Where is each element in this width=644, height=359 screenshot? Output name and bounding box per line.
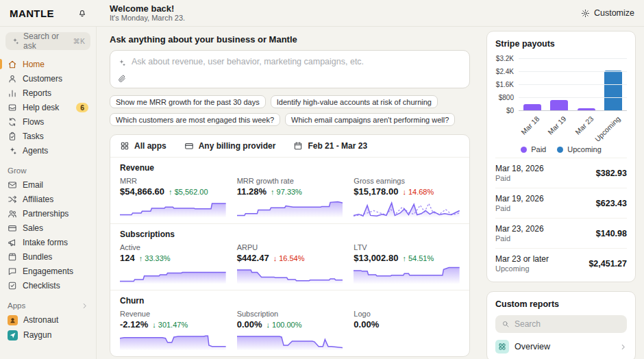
sidebar-item-home[interactable]: Home: [5, 57, 90, 71]
stripe-payouts-card: Stripe payouts $3.2K$2.4K$1.6K$800$0 Mar…: [486, 31, 636, 282]
sidebar-item-help-desk[interactable]: Help desk6: [5, 100, 90, 114]
sidebar-item-label: Reports: [23, 88, 51, 98]
card-icon: [8, 223, 17, 233]
suggestion-chip[interactable]: Which email campaigns aren't performing …: [285, 113, 455, 126]
payout-row[interactable]: Mar 19, 2026Paid$623.43: [495, 188, 627, 218]
sidebar-item-flows[interactable]: Flows: [5, 114, 90, 129]
sidebar-item-intake-forms[interactable]: Intake forms: [5, 235, 90, 249]
metric-revenue-mrr: MRR$54,866.60↑ $5,562.00: [120, 177, 226, 217]
metric-value: 0.00%: [354, 319, 379, 330]
report-search-box[interactable]: [495, 315, 627, 333]
x-axis-label: Mar 19: [546, 114, 568, 136]
sidebar-item-checklists[interactable]: Checklists: [5, 278, 90, 293]
sidebar-item-customers[interactable]: Customers: [5, 71, 90, 86]
paperclip-icon[interactable]: [118, 75, 126, 83]
legend-label: Upcoming: [567, 145, 602, 153]
megaphone-icon: [8, 238, 17, 247]
gridline: [519, 58, 627, 59]
ask-input-card[interactable]: [110, 50, 470, 88]
chart-x-axis: Mar 18Mar 19Mar 23Upcoming: [519, 111, 627, 145]
suggestion-chip[interactable]: Identify high-value accounts at risk of …: [271, 95, 438, 108]
sparkle-icon: [11, 37, 19, 45]
sparkle-icon: [117, 58, 126, 67]
metric-sparkline: [120, 199, 226, 217]
metric-label: ARPU: [237, 243, 343, 251]
filter-any-billing-provider[interactable]: Any billing provider: [184, 141, 276, 151]
box-icon: [8, 252, 17, 262]
sidebar-item-label: Customers: [23, 74, 62, 84]
search-shortcut: ⌘K: [73, 37, 85, 45]
customize-button[interactable]: Customize: [581, 8, 634, 18]
app-item-astronaut[interactable]: Astronaut: [5, 312, 90, 327]
metric-value: $15,178.00: [354, 186, 398, 197]
payout-list: Mar 18, 2026Paid$382.93Mar 19, 2026Paid$…: [495, 158, 627, 274]
section-title: Churn: [120, 296, 460, 306]
payout-date: Mar 18, 2026: [495, 164, 544, 173]
payout-amount: $382.93: [596, 169, 627, 178]
sidebar-item-agents[interactable]: Agents: [5, 143, 90, 158]
bar-mar-18: [523, 104, 541, 110]
sidebar-item-email[interactable]: Email: [5, 177, 90, 192]
payouts-bar-chart: $3.2K$2.4K$1.6K$800$0: [495, 58, 627, 111]
metric-value: -2.12%: [120, 319, 148, 330]
payout-status: Paid: [495, 174, 544, 182]
sidebar-item-affiliates[interactable]: Affiliates: [5, 192, 90, 206]
payout-status: Upcoming: [495, 264, 549, 273]
sidebar-item-bundles[interactable]: Bundles: [5, 249, 90, 264]
chat-icon: [8, 267, 17, 276]
metric-revenue-mrr-growth-rate: MRR growth rate11.28%↑ 97.33%: [237, 177, 343, 217]
metric-label: MRR growth rate: [237, 177, 343, 185]
ask-textarea[interactable]: [132, 57, 462, 72]
greeting-subtitle: It's Monday, March 23.: [110, 14, 581, 22]
payout-date: Mar 23 or later: [495, 254, 549, 264]
report-items: Overview: [495, 340, 627, 354]
calendar-icon: [293, 141, 303, 151]
sidebar-item-label: Help desk: [23, 103, 59, 112]
payout-row[interactable]: Mar 23 or laterUpcoming$2,451.27: [495, 248, 627, 274]
search-or-ask-button[interactable]: Search or ask ⌘K: [5, 32, 90, 50]
metric-delta: ↑ 33.33%: [139, 254, 171, 262]
flow-icon: [8, 117, 17, 127]
apps-label-text: Apps: [8, 301, 25, 310]
sidebar-item-tasks[interactable]: Tasks: [5, 129, 90, 143]
report-search-input[interactable]: [515, 319, 621, 329]
payout-row[interactable]: Mar 18, 2026Paid$382.93: [495, 158, 627, 188]
raygun-app-icon: [8, 330, 18, 341]
chart-icon: [8, 88, 17, 98]
sidebar-item-label: Agents: [23, 146, 48, 156]
sidebar-item-partnerships[interactable]: Partnerships: [5, 206, 90, 221]
legend-dot: [557, 147, 563, 153]
filter-label: All apps: [134, 141, 166, 151]
metric-subscriptions-active: Active124↑ 33.33%: [120, 243, 226, 284]
filter-feb-21-mar-23[interactable]: Feb 21 - Mar 23: [293, 141, 367, 151]
sidebar-item-reports[interactable]: Reports: [5, 86, 90, 100]
suggestion-chips: Show me MRR growth for the past 30 daysI…: [110, 95, 470, 126]
sidebar-item-label: Home: [23, 60, 45, 69]
report-item-overview[interactable]: Overview: [495, 340, 627, 354]
metric-delta: ↓ 16.54%: [273, 254, 305, 262]
apps-section-label[interactable]: Apps: [5, 299, 90, 312]
main-content: Ask anything about your business or Mant…: [97, 26, 480, 359]
branch-icon: [8, 195, 17, 204]
filter-all-apps[interactable]: All apps: [120, 141, 166, 151]
sidebar: Search or ask ⌘K HomeCustomersReportsHel…: [0, 27, 97, 359]
suggestion-chip[interactable]: Which customers are most engaged this we…: [110, 113, 280, 126]
metric-section-subscriptions: SubscriptionsActive124↑ 33.33%ARPU$442.4…: [110, 223, 469, 290]
filter-bar: All appsAny billing providerFeb 21 - Mar…: [110, 135, 469, 157]
sidebar-item-engagements[interactable]: Engagements: [5, 264, 90, 278]
y-axis-label: $1.6K: [496, 81, 514, 88]
gridline: [519, 71, 627, 72]
sidebar-item-label: Tasks: [23, 132, 44, 141]
astronaut-app-icon: [8, 315, 18, 325]
notifications-bell-icon[interactable]: [77, 8, 87, 18]
payout-row[interactable]: Mar 23, 2026Paid$140.98: [495, 218, 627, 248]
chart-y-axis: $3.2K$2.4K$1.6K$800$0: [495, 58, 519, 110]
greeting-title: Welcome back!: [110, 4, 581, 14]
suggestion-chip[interactable]: Show me MRR growth for the past 30 days: [110, 95, 266, 108]
payout-amount: $2,451.27: [589, 259, 627, 269]
custom-reports-card: Custom reports Overview: [486, 291, 636, 359]
app-item-raygun[interactable]: Raygun: [5, 327, 90, 343]
metric-sparkline: [354, 199, 460, 217]
metric-subscriptions-ltv: LTV$13,002.80↑ 54.51%: [354, 243, 460, 284]
sidebar-item-sales[interactable]: Sales: [5, 221, 90, 235]
